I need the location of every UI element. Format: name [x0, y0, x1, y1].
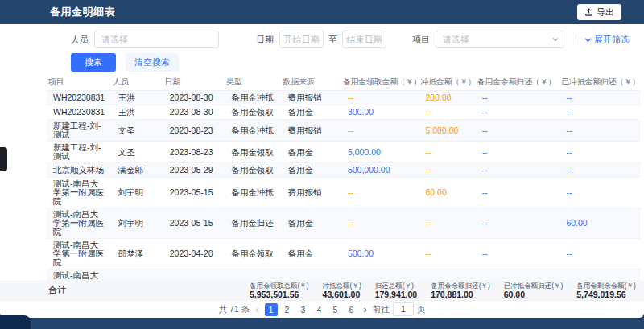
amount-cell: -- [476, 91, 560, 105]
amount-cell[interactable]: 5,000.00 [341, 142, 419, 163]
amount-cell[interactable]: 60.00 [419, 178, 475, 208]
amount-cell[interactable]: 500.00 [341, 239, 419, 269]
page-title: 备用金明细表 [50, 5, 115, 19]
summary-item: 归还总额(￥)179,941.00 [375, 282, 418, 299]
amount-cell: -- [559, 163, 641, 178]
data-table: 项目人员日期类型数据来源备用金领取金额（￥）冲抵金额（￥）备用金余额归还（￥）已… [47, 74, 641, 280]
table-row: 测试-南昌大学第一附属医院刘宇明2023-05-15备用金冲抵费用报销--60.… [47, 178, 641, 208]
date-start-input[interactable] [279, 31, 324, 48]
corner-decoration [0, 315, 31, 329]
cell: 备用金领取 [225, 163, 281, 178]
cell: 费用报销 [282, 91, 341, 105]
table-row: WH20230831王洪2023-08-30备用金冲抵费用报销--200.00-… [47, 91, 641, 105]
table-row: WH20230831王洪2023-08-30备用金领取备用金300.00----… [47, 105, 641, 120]
amount-cell: -- [341, 178, 419, 208]
page-button[interactable]: 3 [297, 303, 310, 316]
amount-cell: -- [476, 120, 560, 142]
amount-cell: -- [559, 239, 641, 269]
summary-item: 备用金余额归还(￥)170,881.00 [431, 282, 490, 299]
page-list: 123456 [265, 303, 358, 316]
column-header: 人员 [111, 74, 163, 91]
table-row: 测试-南昌大学第一附属医院邵梦泽2023-04-20备用金归还备用金----10… [47, 269, 641, 281]
column-header: 项目 [47, 74, 111, 91]
cell: 刘宇明 [111, 178, 163, 208]
goto-page-input[interactable] [393, 302, 414, 316]
expand-chevron-icon [584, 36, 592, 43]
summary-items: 备用金领取总额(￥)5,953,501.56冲抵总额(￥)43,601.00归还… [250, 282, 644, 299]
table-container: 项目人员日期类型数据来源备用金领取金额（￥）冲抵金额（￥）备用金余额归还（￥）已… [0, 72, 644, 280]
cell: 测试-南昌大学第一附属医院 [47, 269, 111, 281]
cell: 费用报销 [282, 120, 341, 142]
action-bar: 搜索 清空搜索 [0, 48, 644, 72]
cell: 新建工程-刘-测试 [47, 120, 111, 142]
date-end-input[interactable] [342, 31, 386, 48]
summary-item: 已冲抵金额归还(￥)60.00 [504, 282, 564, 299]
table-row: 测试-南昌大学第一附属医院刘宇明2023-05-15备用金归还备用金------… [47, 208, 641, 239]
cell: 刘宇明 [111, 208, 163, 239]
amount-cell[interactable]: 500,000.00 [341, 163, 419, 178]
page-button[interactable]: 1 [265, 303, 278, 316]
cell: 备用金 [282, 239, 341, 269]
side-drawer-handle[interactable] [0, 147, 7, 171]
cell: 2023-08-30 [163, 91, 225, 105]
export-label: 导出 [597, 6, 614, 19]
amount-cell: -- [476, 208, 560, 239]
export-icon [584, 8, 593, 17]
column-header: 日期 [163, 74, 225, 91]
table-row: 新建工程-刘-测试文圣2023-08-23备用金冲抵费用报销--5,000.00… [47, 120, 641, 142]
page-button[interactable]: 5 [329, 303, 342, 316]
prev-page-icon[interactable]: ‹ [255, 303, 258, 316]
cell: WH20230831 [47, 91, 111, 105]
amount-cell[interactable]: 0.00 [559, 269, 641, 281]
column-header: 备用金余额归还（￥） [476, 74, 560, 91]
summary-item: 冲抵总额(￥)43,601.00 [323, 282, 361, 299]
cell: 备用金归还 [225, 208, 281, 239]
cell: 文圣 [111, 142, 163, 163]
amount-cell[interactable]: 100.00 [476, 269, 560, 281]
page-button[interactable]: 2 [281, 303, 294, 316]
cell: 备用金领取 [225, 105, 281, 120]
amount-cell: -- [419, 142, 475, 163]
amount-cell: -- [419, 208, 475, 239]
cell: 备用金 [282, 142, 341, 163]
amount-cell: -- [341, 91, 419, 105]
date-filter-group: 日期 至 [256, 31, 386, 48]
column-header: 已冲抵金额归还（￥） [559, 74, 641, 91]
cell: 2023-08-23 [163, 120, 225, 142]
cell: 2023-04-20 [163, 269, 225, 281]
cell: 备用金 [282, 208, 341, 239]
cell: 2023-05-15 [163, 178, 225, 208]
cell: 备用金冲抵 [225, 178, 281, 208]
export-button[interactable]: 导出 [577, 4, 621, 20]
amount-cell[interactable]: 5,000.00 [419, 120, 475, 142]
table-row: 测试-南昌大学第一附属医院邵梦泽2023-04-20备用金领取备用金500.00… [47, 239, 641, 269]
pagination: 共 71 条 ‹ 123456 › 前往 页 [0, 301, 644, 318]
cell: 文圣 [111, 120, 163, 142]
cell: 测试-南昌大学第一附属医院 [47, 178, 111, 208]
amount-cell: -- [476, 239, 560, 269]
amount-cell[interactable]: 200.00 [419, 91, 475, 105]
table-row: 北京顺义林场满金郎2023-05-29备用金领取备用金500,000.00---… [47, 163, 641, 178]
cell: 备用金归还 [225, 269, 281, 281]
expand-filter-link[interactable]: 展开筛选 [584, 34, 630, 46]
summary-item: 备用金领取总额(￥)5,953,501.56 [250, 282, 309, 299]
page-button[interactable]: 6 [345, 303, 358, 316]
project-select-input[interactable] [436, 31, 564, 48]
person-filter-input[interactable] [94, 31, 219, 48]
clear-search-button[interactable]: 清空搜索 [126, 53, 179, 72]
amount-cell: -- [341, 208, 419, 239]
cell: 2023-08-30 [163, 105, 225, 120]
goto-label: 前往 [373, 304, 390, 315]
page-button[interactable]: 4 [313, 303, 326, 316]
next-page-icon[interactable]: › [364, 303, 367, 316]
project-select[interactable] [436, 31, 564, 48]
table-body: WH20230831王洪2023-08-30备用金冲抵费用报销--200.00-… [47, 91, 641, 281]
amount-cell[interactable]: 60.00 [559, 208, 641, 239]
search-button[interactable]: 搜索 [71, 53, 116, 72]
cell: 满金郎 [111, 163, 163, 178]
amount-cell: -- [419, 269, 475, 281]
cell: 费用报销 [282, 178, 341, 208]
amount-cell: -- [559, 105, 641, 120]
column-header: 冲抵金额（￥） [419, 74, 475, 91]
amount-cell[interactable]: 300.00 [341, 105, 419, 120]
